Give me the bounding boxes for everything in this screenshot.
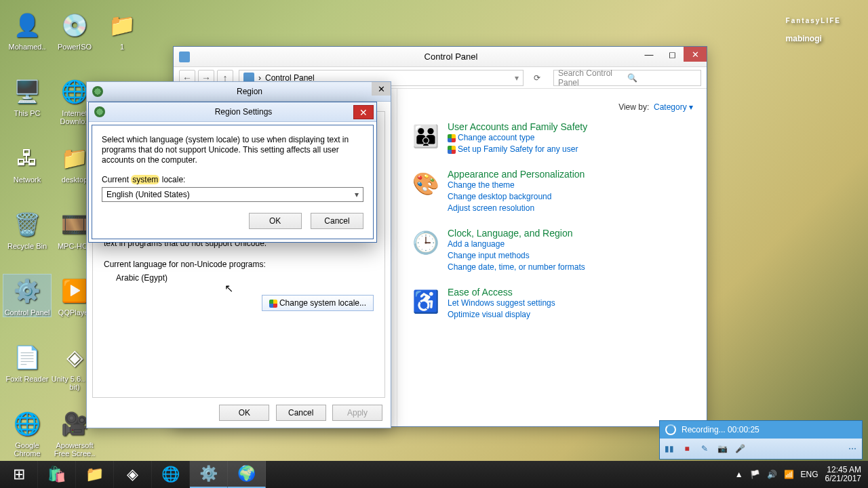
app-icon: 🖥️ <box>11 75 43 108</box>
window-region-settings: Region Settings ✕ Select which language … <box>88 102 377 243</box>
titlebar[interactable]: Control Panel — ◻ ✕ <box>174 47 707 67</box>
desktop-icon[interactable]: 🖧Network <box>3 142 51 184</box>
desktop-icon[interactable]: 🗑️Recycle Bin <box>3 208 51 250</box>
category-link[interactable]: Let Windows suggest settings <box>448 298 693 309</box>
app-icon: 🌐 <box>11 407 43 440</box>
app-icon: 🖧 <box>11 142 43 174</box>
icon-label: Control Panel <box>3 308 51 317</box>
camera-button[interactable]: 📷 <box>717 443 728 454</box>
taskbar-item-explorer[interactable]: 📁 <box>76 461 114 488</box>
category-link[interactable]: Set up Family Safety for any user <box>448 144 693 155</box>
ok-button[interactable]: OK <box>249 213 302 229</box>
category: 🎨Appearance and PersonalizationChange th… <box>411 169 693 214</box>
locale-label: Current system locale: <box>102 175 363 184</box>
close-button[interactable]: ✕ <box>372 82 391 96</box>
locale-combobox[interactable]: English (United States) <box>102 187 363 202</box>
icon-label: Foxit Reader <box>3 375 51 383</box>
more-button[interactable]: ⋯ <box>847 443 858 454</box>
category-link[interactable]: Change desktop background <box>448 191 693 203</box>
icon-label: 1 <box>98 43 146 51</box>
taskbar-item-start[interactable]: ⊞ <box>0 461 38 488</box>
icon-label: Mohamed.. <box>3 43 51 51</box>
desktop-icon[interactable]: 🌐Google Chrome <box>3 407 51 458</box>
category-heading[interactable]: User Accounts and Family Safety <box>448 121 693 132</box>
shield-icon <box>448 146 456 154</box>
window-title: Region Settings <box>111 107 376 117</box>
taskbar-item-chrome[interactable]: 🌐 <box>152 461 190 488</box>
category-link[interactable]: Change the theme <box>448 180 693 191</box>
category-link[interactable]: Adjust screen resolution <box>448 203 693 214</box>
category-heading[interactable]: Appearance and Personalization <box>448 169 693 180</box>
taskbar: ⊞🛍️📁◈🌐⚙️🌍 ▲ 🏳️ 🔊 📶 ENG 12:45 AM 6/21/201… <box>0 461 868 488</box>
language-indicator[interactable]: ENG <box>801 470 818 479</box>
category-heading[interactable]: Clock, Language, and Region <box>448 228 693 239</box>
category-heading[interactable]: Ease of Access <box>448 287 693 298</box>
app-icon: 📁 <box>106 9 138 41</box>
titlebar[interactable]: Region Settings ✕ <box>89 102 376 122</box>
category: 👪User Accounts and Family SafetyChange a… <box>411 121 693 155</box>
icon-label: Network <box>3 176 51 184</box>
taskbar-item-unity[interactable]: ◈ <box>114 461 152 488</box>
recorder-widget[interactable]: Recording... 00:00:25 ▮▮ ■ ✎ 📷 🎤 ⋯ <box>659 420 863 460</box>
cancel-button[interactable]: Cancel <box>311 213 363 229</box>
desktop-icon[interactable]: 📄Foxit Reader <box>3 341 51 383</box>
category-link[interactable]: Change account type <box>448 132 693 144</box>
refresh-button[interactable]: ⟳ <box>529 70 545 86</box>
titlebar[interactable]: Region ✕ <box>87 82 391 102</box>
description-text: Select which language (system locale) to… <box>102 135 363 165</box>
app-icon: 💿 <box>58 9 91 41</box>
category-link[interactable]: Change date, time, or number formats <box>448 262 693 273</box>
cancel-button[interactable]: Cancel <box>276 405 326 421</box>
search-icon: 🔍 <box>627 73 696 83</box>
taskbar-item-store[interactable]: 🛍️ <box>38 461 76 488</box>
maximize-button[interactable]: ◻ <box>660 47 684 62</box>
category: ♿Ease of AccessLet Windows suggest setti… <box>411 287 693 321</box>
clock[interactable]: 12:45 AM 6/21/2017 <box>825 466 861 483</box>
minimize-button[interactable]: — <box>637 47 660 62</box>
category-icon: 👪 <box>411 121 441 151</box>
panel-value: Arabic (Egypt) <box>104 273 374 283</box>
network-icon[interactable]: 📶 <box>784 470 794 479</box>
recorder-status: Recording... 00:00:25 <box>682 425 760 434</box>
app-icon: 👤 <box>11 9 43 41</box>
tray-expand-icon[interactable]: ▲ <box>735 470 743 479</box>
combo-value: English (United States) <box>106 190 190 199</box>
shield-icon <box>448 134 456 142</box>
search-input[interactable]: Search Control Panel 🔍 <box>553 70 701 86</box>
chevron-down-icon[interactable]: ▾ <box>515 73 519 83</box>
app-icon: 📄 <box>11 341 43 373</box>
icon-label: PowerISO <box>51 43 98 51</box>
pause-button[interactable]: ▮▮ <box>664 443 675 454</box>
desktop-icon[interactable]: 📁1 <box>98 9 146 51</box>
taskbar-item-region[interactable]: 🌍 <box>228 461 266 488</box>
desktop-icon[interactable]: 🖥️This PC <box>3 75 51 117</box>
apply-button[interactable]: Apply <box>332 405 382 421</box>
close-button[interactable]: ✕ <box>353 105 374 119</box>
icon-label: Recycle Bin <box>3 242 51 250</box>
desktop-icon[interactable]: 💿PowerISO <box>51 9 98 51</box>
annotate-button[interactable]: ✎ <box>699 443 710 454</box>
mic-button[interactable]: 🎤 <box>734 443 745 454</box>
view-by-dropdown[interactable]: Category ▾ <box>654 102 693 112</box>
system-tray[interactable]: ▲ 🏳️ 🔊 📶 ENG 12:45 AM 6/21/2017 <box>728 466 868 483</box>
view-by: View by: Category ▾ <box>411 100 693 121</box>
change-system-locale-button[interactable]: Change system locale... <box>262 295 374 311</box>
icon-label: Google Chrome <box>3 441 51 458</box>
desktop-icon[interactable]: ⚙️Control Panel <box>3 274 51 317</box>
panel-label: Current language for non-Unicode program… <box>104 260 374 269</box>
category-link[interactable]: Add a language <box>448 239 693 250</box>
volume-icon[interactable]: 🔊 <box>767 470 777 479</box>
spinner-icon <box>665 424 676 435</box>
stop-button[interactable]: ■ <box>682 443 692 454</box>
close-button[interactable]: ✕ <box>684 47 707 62</box>
globe-icon <box>94 106 105 117</box>
category-icon: 🕒 <box>411 228 441 258</box>
category-link[interactable]: Change input methods <box>448 250 693 262</box>
app-icon: 🗑️ <box>11 208 43 241</box>
action-center-icon[interactable]: 🏳️ <box>750 470 760 479</box>
taskbar-item-control-panel[interactable]: ⚙️ <box>190 461 228 488</box>
category-icon: 🎨 <box>411 169 441 199</box>
ok-button[interactable]: OK <box>219 405 269 421</box>
category-link[interactable]: Optimize visual display <box>448 309 693 321</box>
desktop-icon[interactable]: 👤Mohamed.. <box>3 9 51 51</box>
